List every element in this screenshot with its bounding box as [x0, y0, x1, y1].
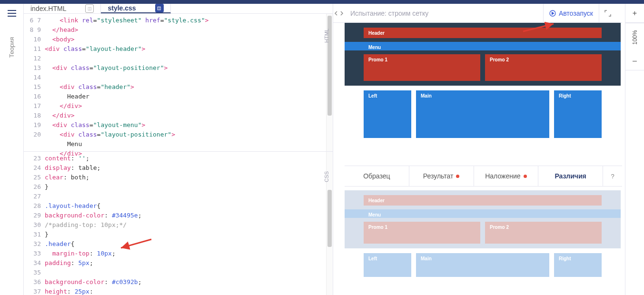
preview-frame: Header Menu Promo 1 Promo 2 Left Main Ri…	[345, 23, 621, 138]
preview-block-promo2: Promo 2	[485, 54, 602, 81]
tab-style-css[interactable]: style.css ◫	[101, 4, 170, 13]
result-tabs: Образец Результат Наложение Различия ?	[345, 166, 622, 187]
diff-block-promo2: Promo 2	[485, 222, 602, 244]
preview-block-header: Header	[364, 28, 602, 38]
diff-block-right: Right	[554, 253, 602, 277]
diff-block-promo1: Promo 1	[364, 222, 480, 244]
diff-block-menu: Menu	[345, 209, 621, 218]
left-rail: Теория	[0, 4, 24, 295]
tab-index-html[interactable]: index.HTML ◫	[24, 4, 101, 13]
code-content[interactable]: content: '';display: table;clear: both;}…	[45, 152, 326, 295]
preview-header: Испытание: строим сетку Автозапуск	[345, 4, 622, 23]
css-pane-label[interactable]: CSS	[324, 171, 329, 182]
splitter-handle[interactable]	[333, 4, 345, 23]
menu-button[interactable]	[0, 4, 24, 23]
resize-icon	[335, 10, 343, 16]
diff-block-main: Main	[416, 253, 549, 277]
tab-label: index.HTML	[30, 5, 66, 12]
editor-area: index.HTML ◫ style.css ◫ 6 7 8 9 10 11 1…	[24, 4, 333, 295]
diff-block-header: Header	[364, 195, 602, 206]
preview-block-menu: Menu	[345, 42, 621, 50]
preview-differences: Header Menu Promo 1 Promo 2 Left Main Ri…	[345, 187, 622, 295]
html-pane-label[interactable]: HTML	[324, 29, 329, 43]
tab-differences[interactable]: Различия	[538, 166, 603, 186]
preview-block-promo1: Promo 1	[364, 54, 480, 81]
right-rail: + 100% –	[625, 4, 644, 295]
tab-sample[interactable]: Образец	[345, 166, 409, 186]
html-editor-pane: 6 7 8 9 10 11 12 13 14 15 16 17 18 19 20…	[24, 14, 333, 152]
play-icon	[549, 10, 556, 17]
file-tabs: index.HTML ◫ style.css ◫	[24, 4, 333, 14]
diff-dot-icon	[456, 175, 459, 178]
diff-dot-icon	[524, 175, 527, 178]
preview-block-right: Right	[554, 90, 602, 138]
zoom-out-button[interactable]: –	[625, 51, 644, 70]
css-editor-pane: 23 24 25 26 27 28 29 30 31 32 33 34 35 3…	[24, 152, 333, 295]
preview-frame: Header Menu Promo 1 Promo 2 Left Main Ri…	[345, 190, 621, 277]
theory-tab[interactable]: Теория	[8, 37, 15, 58]
preview-block-main: Main	[416, 90, 549, 138]
expand-icon	[604, 10, 611, 17]
help-button[interactable]: ?	[603, 166, 622, 186]
diff-block-left: Left	[364, 253, 411, 277]
preview-title: Испытание: строим сетку	[350, 10, 543, 17]
zoom-level[interactable]: 100%	[625, 23, 644, 51]
tab-label: style.css	[108, 4, 136, 12]
autostart-label: Автозапуск	[559, 10, 593, 17]
line-gutter: 6 7 8 9 10 11 12 13 14 15 16 17 18 19 20	[24, 14, 45, 151]
preview-block-left: Left	[364, 90, 411, 138]
split-icon[interactable]: ◫	[85, 4, 94, 13]
preview-result: Header Menu Promo 1 Promo 2 Left Main Ri…	[345, 23, 622, 166]
split-icon[interactable]: ◫	[155, 4, 164, 12]
code-content[interactable]: <link rel="stylesheet" href="style.css">…	[45, 14, 326, 151]
line-gutter: 23 24 25 26 27 28 29 30 31 32 33 34 35 3…	[24, 152, 45, 295]
autostart-button[interactable]: Автозапуск	[543, 4, 599, 23]
hamburger-icon	[8, 10, 16, 17]
tab-overlay[interactable]: Наложение	[474, 166, 539, 186]
zoom-in-button[interactable]: +	[625, 4, 644, 23]
preview-area: Испытание: строим сетку Автозапуск Heade…	[345, 4, 622, 295]
tab-result[interactable]: Результат	[409, 166, 474, 186]
expand-button[interactable]	[599, 10, 616, 17]
